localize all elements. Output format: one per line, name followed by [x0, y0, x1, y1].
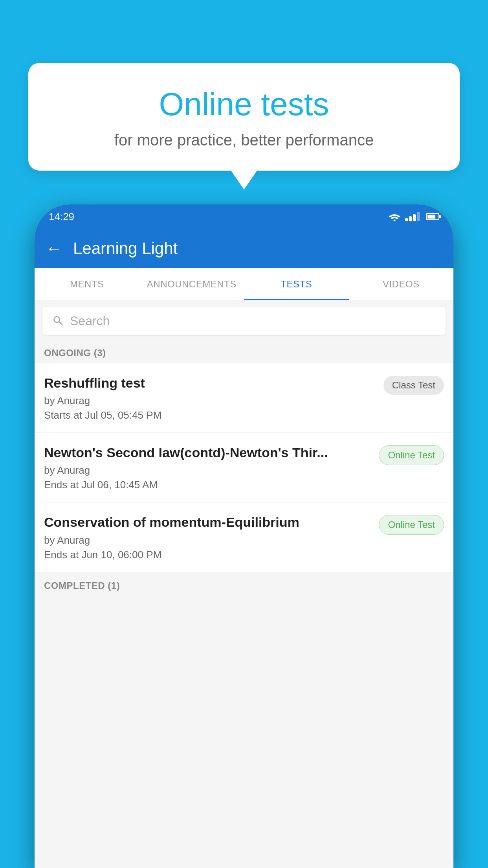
- ongoing-section-header: ONGOING (3): [35, 341, 453, 363]
- tabs-bar: MENTS ANNOUNCEMENTS TESTS VIDEOS: [35, 268, 453, 300]
- test-item-author: by Anurag: [44, 395, 377, 407]
- speech-bubble: Online tests for more practice, better p…: [28, 63, 460, 171]
- phone-inner: 14:29: [35, 204, 453, 868]
- search-placeholder: Search: [70, 314, 110, 328]
- wifi-icon: [389, 212, 400, 221]
- tab-videos[interactable]: VIDEOS: [349, 268, 454, 300]
- search-bar[interactable]: Search: [42, 307, 446, 335]
- tab-announcements[interactable]: ANNOUNCEMENTS: [139, 268, 244, 300]
- tab-tests[interactable]: TESTS: [244, 268, 349, 300]
- phone-frame: 14:29: [35, 204, 453, 868]
- test-item-content: Reshuffling test by Anurag Starts at Jul…: [44, 374, 377, 421]
- tab-ments[interactable]: MENTS: [35, 268, 139, 300]
- phone-screen: Search ONGOING (3) Reshuffling test by A…: [35, 300, 453, 868]
- completed-section-header: COMPLETED (1): [35, 572, 453, 596]
- test-list: Reshuffling test by Anurag Starts at Jul…: [35, 363, 453, 572]
- test-item-time: Ends at Jun 10, 06:00 PM: [44, 549, 372, 561]
- test-item-title: Reshuffling test: [44, 374, 377, 392]
- status-bar: 14:29: [35, 204, 453, 229]
- test-badge-online: Online Test: [379, 515, 444, 535]
- test-item-content: Conservation of momentum-Equilibrium by …: [44, 513, 372, 561]
- bubble-title: Online tests: [48, 86, 440, 122]
- test-item[interactable]: Reshuffling test by Anurag Starts at Jul…: [35, 363, 453, 433]
- app-bar: ← Learning Light: [35, 229, 453, 268]
- test-item-title: Conservation of momentum-Equilibrium: [44, 513, 372, 531]
- app-bar-title: Learning Light: [73, 239, 178, 258]
- test-item-author: by Anurag: [44, 464, 372, 476]
- svg-point-0: [394, 220, 396, 222]
- test-badge-online: Online Test: [379, 445, 444, 465]
- test-item-time: Starts at Jul 05, 05:45 PM: [44, 409, 377, 421]
- test-item-time: Ends at Jul 06, 10:45 AM: [44, 479, 372, 491]
- test-item-content: Newton's Second law(contd)-Newton's Thir…: [44, 444, 372, 491]
- battery-icon: [426, 213, 439, 220]
- test-item-author: by Anurag: [44, 534, 372, 546]
- status-time: 14:29: [49, 211, 74, 223]
- back-button[interactable]: ←: [46, 239, 62, 258]
- signal-icon: [405, 212, 420, 221]
- test-item[interactable]: Conservation of momentum-Equilibrium by …: [35, 502, 453, 572]
- test-item-title: Newton's Second law(contd)-Newton's Thir…: [44, 444, 372, 461]
- status-icons: [389, 212, 439, 221]
- test-badge-class: Class Test: [383, 376, 444, 395]
- search-icon: [52, 314, 64, 327]
- bubble-subtitle: for more practice, better performance: [48, 131, 440, 149]
- test-item[interactable]: Newton's Second law(contd)-Newton's Thir…: [35, 433, 453, 502]
